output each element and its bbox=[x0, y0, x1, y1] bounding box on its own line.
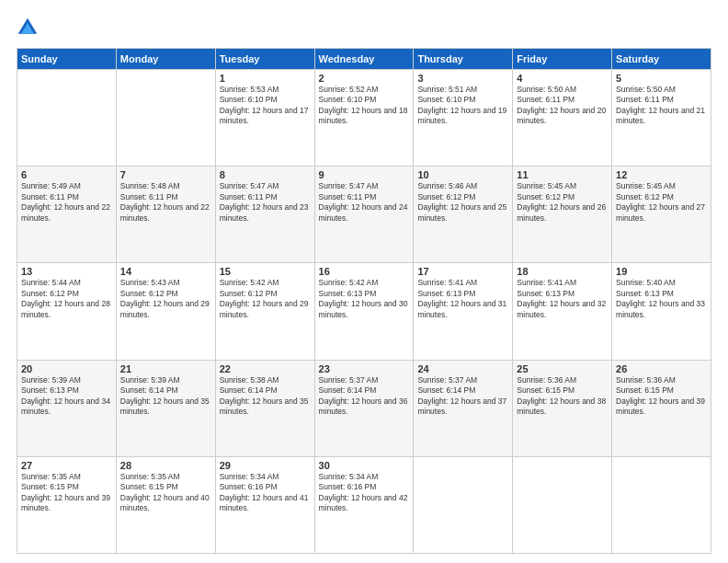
calendar-cell bbox=[116, 70, 215, 167]
calendar-cell: 1Sunrise: 5:53 AMSunset: 6:10 PMDaylight… bbox=[215, 70, 314, 167]
day-info: Sunrise: 5:51 AMSunset: 6:10 PMDaylight:… bbox=[417, 85, 508, 127]
calendar-cell: 27Sunrise: 5:35 AMSunset: 6:15 PMDayligh… bbox=[17, 456, 117, 553]
day-info: Sunrise: 5:52 AMSunset: 6:10 PMDaylight:… bbox=[319, 85, 410, 127]
day-info: Sunrise: 5:41 AMSunset: 6:13 PMDaylight:… bbox=[417, 278, 508, 320]
day-of-week-header: Wednesday bbox=[314, 49, 414, 70]
calendar-week-row: 6Sunrise: 5:49 AMSunset: 6:11 PMDaylight… bbox=[17, 167, 711, 263]
calendar-week-row: 13Sunrise: 5:44 AMSunset: 6:12 PMDayligh… bbox=[17, 263, 711, 360]
day-info: Sunrise: 5:34 AMSunset: 6:16 PMDaylight:… bbox=[319, 472, 410, 514]
calendar-cell: 11Sunrise: 5:45 AMSunset: 6:12 PMDayligh… bbox=[513, 167, 612, 263]
day-of-week-header: Tuesday bbox=[215, 49, 314, 70]
day-info: Sunrise: 5:48 AMSunset: 6:11 PMDaylight:… bbox=[120, 181, 211, 224]
calendar-cell: 10Sunrise: 5:46 AMSunset: 6:12 PMDayligh… bbox=[414, 167, 513, 263]
day-info: Sunrise: 5:46 AMSunset: 6:12 PMDaylight:… bbox=[417, 181, 508, 224]
calendar-cell: 21Sunrise: 5:39 AMSunset: 6:14 PMDayligh… bbox=[116, 360, 215, 456]
day-info: Sunrise: 5:42 AMSunset: 6:13 PMDaylight:… bbox=[319, 278, 410, 320]
calendar-cell bbox=[414, 456, 513, 553]
calendar-cell: 24Sunrise: 5:37 AMSunset: 6:14 PMDayligh… bbox=[414, 360, 513, 456]
calendar-cell bbox=[17, 70, 117, 167]
calendar-cell: 14Sunrise: 5:43 AMSunset: 6:12 PMDayligh… bbox=[116, 263, 215, 360]
day-number: 7 bbox=[120, 169, 211, 180]
day-info: Sunrise: 5:45 AMSunset: 6:12 PMDaylight:… bbox=[517, 181, 608, 224]
day-of-week-header: Saturday bbox=[612, 49, 711, 70]
calendar-cell: 28Sunrise: 5:35 AMSunset: 6:15 PMDayligh… bbox=[116, 456, 215, 553]
day-number: 14 bbox=[120, 266, 211, 277]
calendar-cell: 13Sunrise: 5:44 AMSunset: 6:12 PMDayligh… bbox=[17, 263, 117, 360]
day-number: 19 bbox=[616, 266, 707, 277]
calendar-cell: 9Sunrise: 5:47 AMSunset: 6:11 PMDaylight… bbox=[314, 167, 414, 263]
day-number: 13 bbox=[21, 266, 112, 277]
calendar-week-row: 20Sunrise: 5:39 AMSunset: 6:13 PMDayligh… bbox=[17, 360, 711, 456]
calendar-week-row: 1Sunrise: 5:53 AMSunset: 6:10 PMDaylight… bbox=[17, 70, 711, 167]
calendar-header-row: SundayMondayTuesdayWednesdayThursdayFrid… bbox=[17, 49, 711, 70]
day-number: 3 bbox=[417, 73, 508, 84]
day-info: Sunrise: 5:39 AMSunset: 6:13 PMDaylight:… bbox=[21, 375, 112, 418]
day-info: Sunrise: 5:49 AMSunset: 6:11 PMDaylight:… bbox=[21, 181, 112, 224]
day-number: 5 bbox=[616, 73, 707, 84]
day-number: 4 bbox=[517, 73, 608, 84]
calendar-cell: 23Sunrise: 5:37 AMSunset: 6:14 PMDayligh… bbox=[314, 360, 414, 456]
day-info: Sunrise: 5:38 AMSunset: 6:14 PMDaylight:… bbox=[220, 375, 311, 418]
day-number: 20 bbox=[21, 363, 112, 374]
day-number: 9 bbox=[319, 169, 410, 180]
day-info: Sunrise: 5:44 AMSunset: 6:12 PMDaylight:… bbox=[21, 278, 112, 320]
day-info: Sunrise: 5:43 AMSunset: 6:12 PMDaylight:… bbox=[120, 278, 211, 320]
day-number: 2 bbox=[319, 73, 410, 84]
calendar-cell: 3Sunrise: 5:51 AMSunset: 6:10 PMDaylight… bbox=[414, 70, 513, 167]
day-number: 24 bbox=[417, 363, 508, 374]
day-number: 11 bbox=[517, 169, 608, 180]
calendar-cell: 19Sunrise: 5:40 AMSunset: 6:13 PMDayligh… bbox=[612, 263, 711, 360]
day-number: 10 bbox=[417, 169, 508, 180]
day-info: Sunrise: 5:47 AMSunset: 6:11 PMDaylight:… bbox=[319, 181, 410, 224]
header bbox=[17, 17, 711, 39]
calendar-cell bbox=[513, 456, 612, 553]
calendar-cell: 8Sunrise: 5:47 AMSunset: 6:11 PMDaylight… bbox=[215, 167, 314, 263]
day-info: Sunrise: 5:37 AMSunset: 6:14 PMDaylight:… bbox=[319, 375, 410, 418]
day-number: 23 bbox=[319, 363, 410, 374]
calendar-cell: 29Sunrise: 5:34 AMSunset: 6:16 PMDayligh… bbox=[215, 456, 314, 553]
calendar-table: SundayMondayTuesdayWednesdayThursdayFrid… bbox=[17, 48, 711, 554]
day-number: 16 bbox=[319, 266, 410, 277]
day-number: 22 bbox=[220, 363, 311, 374]
day-info: Sunrise: 5:50 AMSunset: 6:11 PMDaylight:… bbox=[616, 85, 707, 127]
logo-icon bbox=[17, 17, 39, 39]
calendar-cell bbox=[612, 456, 711, 553]
calendar-cell: 5Sunrise: 5:50 AMSunset: 6:11 PMDaylight… bbox=[612, 70, 711, 167]
day-number: 28 bbox=[120, 460, 211, 471]
calendar-cell: 2Sunrise: 5:52 AMSunset: 6:10 PMDaylight… bbox=[314, 70, 414, 167]
day-number: 1 bbox=[220, 73, 311, 84]
day-info: Sunrise: 5:40 AMSunset: 6:13 PMDaylight:… bbox=[616, 278, 707, 320]
day-number: 26 bbox=[616, 363, 707, 374]
day-info: Sunrise: 5:39 AMSunset: 6:14 PMDaylight:… bbox=[120, 375, 211, 418]
calendar-cell: 22Sunrise: 5:38 AMSunset: 6:14 PMDayligh… bbox=[215, 360, 314, 456]
day-info: Sunrise: 5:45 AMSunset: 6:12 PMDaylight:… bbox=[616, 181, 707, 224]
calendar-cell: 16Sunrise: 5:42 AMSunset: 6:13 PMDayligh… bbox=[314, 263, 414, 360]
logo bbox=[17, 17, 42, 39]
day-info: Sunrise: 5:35 AMSunset: 6:15 PMDaylight:… bbox=[120, 472, 211, 514]
day-info: Sunrise: 5:47 AMSunset: 6:11 PMDaylight:… bbox=[220, 181, 311, 224]
calendar-cell: 6Sunrise: 5:49 AMSunset: 6:11 PMDaylight… bbox=[17, 167, 117, 263]
calendar-cell: 18Sunrise: 5:41 AMSunset: 6:13 PMDayligh… bbox=[513, 263, 612, 360]
calendar-cell: 17Sunrise: 5:41 AMSunset: 6:13 PMDayligh… bbox=[414, 263, 513, 360]
day-number: 12 bbox=[616, 169, 707, 180]
calendar-cell: 15Sunrise: 5:42 AMSunset: 6:12 PMDayligh… bbox=[215, 263, 314, 360]
day-number: 21 bbox=[120, 363, 211, 374]
day-of-week-header: Thursday bbox=[414, 49, 513, 70]
day-info: Sunrise: 5:42 AMSunset: 6:12 PMDaylight:… bbox=[220, 278, 311, 320]
day-number: 15 bbox=[220, 266, 311, 277]
calendar-cell: 26Sunrise: 5:36 AMSunset: 6:15 PMDayligh… bbox=[612, 360, 711, 456]
calendar-cell: 25Sunrise: 5:36 AMSunset: 6:15 PMDayligh… bbox=[513, 360, 612, 456]
calendar-week-row: 27Sunrise: 5:35 AMSunset: 6:15 PMDayligh… bbox=[17, 456, 711, 553]
day-info: Sunrise: 5:37 AMSunset: 6:14 PMDaylight:… bbox=[417, 375, 508, 418]
day-number: 29 bbox=[220, 460, 311, 471]
day-info: Sunrise: 5:36 AMSunset: 6:15 PMDaylight:… bbox=[616, 375, 707, 418]
day-info: Sunrise: 5:50 AMSunset: 6:11 PMDaylight:… bbox=[517, 85, 608, 127]
calendar-cell: 4Sunrise: 5:50 AMSunset: 6:11 PMDaylight… bbox=[513, 70, 612, 167]
day-number: 17 bbox=[417, 266, 508, 277]
calendar-cell: 20Sunrise: 5:39 AMSunset: 6:13 PMDayligh… bbox=[17, 360, 117, 456]
calendar-cell: 7Sunrise: 5:48 AMSunset: 6:11 PMDaylight… bbox=[116, 167, 215, 263]
day-info: Sunrise: 5:53 AMSunset: 6:10 PMDaylight:… bbox=[220, 85, 311, 127]
calendar-cell: 30Sunrise: 5:34 AMSunset: 6:16 PMDayligh… bbox=[314, 456, 414, 553]
page: SundayMondayTuesdayWednesdayThursdayFrid… bbox=[0, 0, 728, 563]
day-info: Sunrise: 5:35 AMSunset: 6:15 PMDaylight:… bbox=[21, 472, 112, 514]
